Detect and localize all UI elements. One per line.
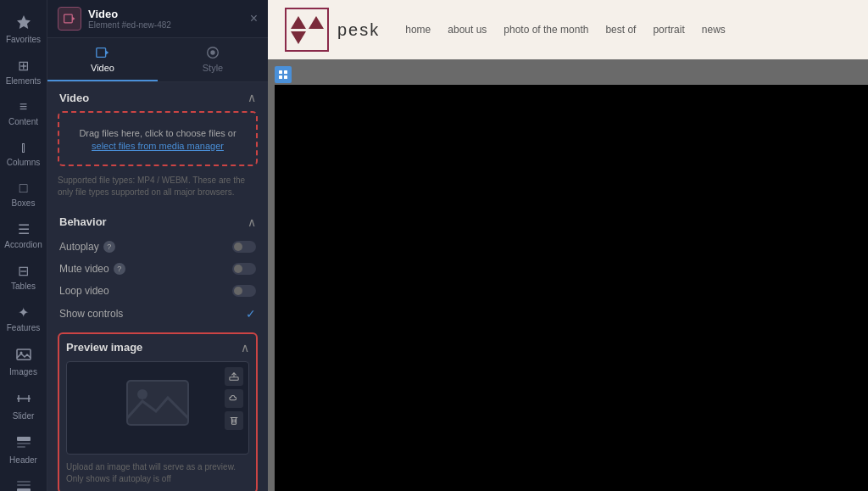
- preview-actions: [225, 367, 243, 430]
- mute-toggle[interactable]: [232, 263, 256, 275]
- svg-rect-5: [17, 446, 25, 448]
- autoplay-row: Autoplay ?: [47, 236, 268, 258]
- loop-toggle[interactable]: [232, 285, 256, 297]
- svg-point-16: [137, 389, 147, 399]
- svg-rect-25: [279, 75, 282, 79]
- preview-image-placeholder-icon: [124, 377, 192, 438]
- footer-icon: [15, 478, 32, 491]
- preview-hint: Upload an image that will serve as a pre…: [66, 461, 249, 485]
- panel-close-button[interactable]: ×: [250, 11, 258, 26]
- logo-triangle-1: [291, 16, 306, 29]
- loop-label: Loop video: [59, 285, 109, 297]
- panel-header-info: Video Element #ed-new-482: [88, 8, 243, 30]
- behavior-section-title: Behavior: [59, 215, 107, 228]
- svg-point-14: [210, 50, 214, 54]
- sidebar-item-label: Slider: [13, 411, 35, 421]
- svg-rect-11: [97, 48, 106, 58]
- video-section-preview[interactable]: [268, 59, 868, 491]
- video-select-handle[interactable]: [275, 66, 292, 83]
- svg-rect-7: [17, 484, 31, 486]
- video-panel-icon: [58, 7, 81, 31]
- mute-label: Mute video: [59, 263, 109, 275]
- preview-upload-btn[interactable]: [225, 367, 243, 386]
- tab-style[interactable]: Style: [158, 38, 268, 81]
- elements-icon: ⊞: [18, 58, 29, 74]
- nav-news[interactable]: news: [702, 24, 726, 36]
- autoplay-label: Autoplay: [59, 241, 99, 253]
- sidebar-item-content[interactable]: ≡ Content: [0, 92, 47, 133]
- upload-hint: Supported file types: MP4 / WEBM. These …: [47, 175, 268, 198]
- sidebar-item-label: Columns: [7, 158, 40, 167]
- nav-portrait[interactable]: portrait: [653, 24, 684, 36]
- upload-area[interactable]: Drag files here, click to choose files o…: [58, 111, 258, 166]
- sidebar-item-boxes[interactable]: □ Boxes: [0, 174, 47, 215]
- controls-checkmark[interactable]: ✓: [246, 307, 256, 321]
- tab-style-label: Style: [203, 63, 223, 73]
- svg-rect-1: [17, 349, 31, 360]
- preview-cloud-btn[interactable]: [225, 389, 243, 408]
- panel-title: Video: [88, 8, 243, 20]
- video-section: Video ∧ Drag files here, click to choose…: [47, 82, 268, 207]
- tab-video[interactable]: Video: [47, 38, 158, 81]
- content-icon: ≡: [19, 99, 27, 114]
- video-section-title: Video: [59, 92, 89, 104]
- nav-about[interactable]: about us: [448, 24, 487, 36]
- behavior-chevron-icon: ∧: [248, 215, 256, 229]
- svg-rect-3: [17, 437, 31, 441]
- logo-triangle-3: [291, 31, 306, 44]
- video-section-header[interactable]: Video ∧: [47, 82, 268, 111]
- sidebar-item-columns[interactable]: ⫿ Columns: [0, 133, 47, 174]
- svg-rect-9: [64, 14, 73, 23]
- star-icon: [15, 14, 32, 32]
- nav-links: home about us photo of the month best of…: [405, 24, 726, 36]
- sidebar-item-tables[interactable]: ⊟ Tables: [0, 256, 47, 298]
- svg-rect-17: [230, 377, 238, 379]
- nav-photo[interactable]: photo of the month: [504, 24, 588, 36]
- logo-icon: [285, 8, 329, 52]
- panel-subtitle: Element #ed-new-482: [88, 20, 243, 30]
- sidebar-item-label: Accordion: [4, 240, 42, 249]
- sidebar-item-header[interactable]: Header: [0, 427, 47, 471]
- sidebar-item-slider[interactable]: Slider: [0, 383, 47, 427]
- sidebar-item-label: Content: [8, 117, 38, 126]
- behavior-section: Behavior ∧ Autoplay ? Mute video ?: [47, 207, 268, 326]
- sidebar-item-footer[interactable]: Footer: [0, 471, 47, 491]
- mute-info-icon[interactable]: ?: [114, 263, 125, 275]
- sidebar-item-favorites[interactable]: Favorites: [0, 7, 47, 51]
- boxes-icon: □: [19, 181, 28, 196]
- svg-marker-0: [17, 15, 31, 29]
- controls-row: Show controls ✓: [47, 302, 268, 326]
- video-player: [275, 85, 868, 491]
- columns-icon: ⫿: [20, 140, 27, 155]
- preview-image-section: Preview image ∧: [58, 332, 258, 492]
- website-preview: pesk home about us photo of the month be…: [268, 0, 868, 491]
- preview-image-area[interactable]: [66, 361, 249, 455]
- nav-bestof[interactable]: best of: [605, 24, 636, 36]
- nav-home[interactable]: home: [405, 24, 431, 36]
- autoplay-info-icon[interactable]: ?: [103, 241, 115, 253]
- sidebar-item-elements[interactable]: ⊞ Elements: [0, 51, 47, 92]
- logo-text: pesk: [337, 20, 380, 40]
- controls-label: Show controls: [59, 308, 123, 320]
- sidebar-item-label: Favorites: [6, 35, 41, 44]
- behavior-section-header[interactable]: Behavior ∧: [47, 207, 268, 236]
- header-icon: [15, 434, 32, 453]
- svg-marker-12: [106, 50, 109, 54]
- sidebar-item-label: Tables: [11, 282, 36, 291]
- sidebar-item-label: Elements: [6, 76, 42, 86]
- mute-row: Mute video ?: [47, 258, 268, 280]
- video-chevron-icon: ∧: [248, 91, 256, 104]
- sidebar-item-label: Features: [7, 323, 40, 332]
- sidebar-item-images[interactable]: Images: [0, 339, 47, 383]
- upload-link[interactable]: select files from media manager: [70, 141, 246, 151]
- logo-triangles: [287, 13, 327, 47]
- sidebar-item-accordion[interactable]: ☰ Accordion: [0, 215, 47, 256]
- main-content: pesk home about us photo of the month be…: [268, 0, 868, 491]
- panel-header: Video Element #ed-new-482 ×: [47, 0, 268, 38]
- logo-triangle-2: [309, 16, 324, 29]
- svg-rect-26: [284, 75, 287, 79]
- svg-rect-4: [17, 443, 31, 444]
- sidebar-item-features[interactable]: ✦ Features: [0, 298, 47, 339]
- preview-delete-btn[interactable]: [225, 411, 243, 430]
- autoplay-toggle[interactable]: [232, 241, 256, 253]
